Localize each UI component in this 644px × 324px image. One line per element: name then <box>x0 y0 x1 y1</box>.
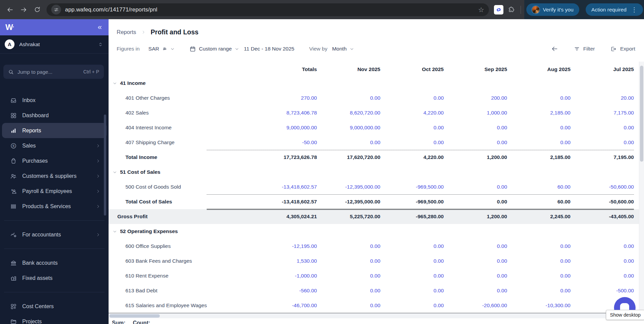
export-button[interactable]: Export <box>610 46 635 52</box>
value-cell: 0.00 <box>444 258 507 264</box>
sidebar-menu: InboxDashboardReportsSSales Purchases Cu… <box>0 93 109 324</box>
value-cell: 0.00 <box>380 302 444 309</box>
sidebar-item-label: Cost Centers <box>22 303 54 310</box>
value-cell: 0.00 <box>317 302 380 309</box>
horizontal-scrollbar-thumb[interactable] <box>109 314 160 318</box>
report-toolbar: Figures in SAR Custom range 11 Dec - 18 … <box>109 43 644 55</box>
site-info-icon[interactable] <box>51 5 61 14</box>
chevron-right-icon <box>96 232 100 237</box>
date-range-text: 11 Dec - 18 Nov 2025 <box>244 46 294 52</box>
collapse-sidebar-icon[interactable]: « <box>98 24 102 31</box>
chevron-down-icon[interactable] <box>113 229 117 234</box>
value-cell: -12,195.00 <box>254 243 317 249</box>
url-text: app.wafeq.com/c/141771/reports/pnl <box>65 6 157 13</box>
account-row[interactable]: 613 Bad Debt-560.000.000.000.000.00-500.… <box>109 283 639 298</box>
vertical-scrollbar-thumb[interactable] <box>640 66 643 162</box>
account-row[interactable]: 500 Cost of Goods Sold-13,418,602.57-12,… <box>109 180 639 194</box>
account-row[interactable]: 615 Salaries and Employee Wages-46,700.0… <box>109 298 639 313</box>
view-by-selector[interactable]: Month <box>332 46 354 52</box>
view-by-value: Month <box>332 46 347 52</box>
sidebar-item-payroll-employees[interactable]: $Payroll & Employees <box>0 184 109 199</box>
currency-code: SAR <box>148 46 159 52</box>
chevron-right-icon <box>96 159 100 163</box>
account-row[interactable]: 407 Shipping Charge-50.000.000.000.000.0… <box>109 135 639 150</box>
chevron-right-icon <box>96 174 100 179</box>
row-label: 615 Salaries and Employee Wages <box>109 302 254 309</box>
sidebar-divider <box>4 220 105 221</box>
currency-selector[interactable]: SAR <box>148 46 175 52</box>
sidebar-item-bank-accounts[interactable]: Bank accounts <box>0 255 109 270</box>
sidebar-item-fixed-assets[interactable]: Fixed assets <box>0 270 109 286</box>
horizontal-scrollbar[interactable] <box>109 313 639 318</box>
cost-icon <box>10 303 17 310</box>
chevron-right-icon <box>96 189 100 194</box>
sidebar-item-dashboard[interactable]: Dashboard <box>0 108 109 123</box>
sidebar-item-sales[interactable]: SSales <box>0 138 109 153</box>
sidebar-divider <box>4 249 105 249</box>
report-table: 41 Income401 Other Charges270.000.000.00… <box>109 76 644 313</box>
breadcrumb-reports[interactable]: Reports <box>117 29 136 35</box>
sidebar-item-products-services[interactable]: Products & Services <box>0 199 109 214</box>
account-row[interactable]: 610 Rent Expense-1,000.000.000.000.000.0… <box>109 268 639 283</box>
svg-text:$: $ <box>11 188 13 191</box>
value-cell: 9,000,000.00 <box>254 125 317 131</box>
chevron-down-icon[interactable] <box>113 81 117 86</box>
sidebar-scrollbar[interactable] <box>104 115 106 216</box>
back-arrow-button[interactable] <box>551 45 558 53</box>
sidebar-item-customers-suppliers[interactable]: Customers & suppliers <box>0 168 109 184</box>
account-row[interactable]: 603 Bank Fees and Charges1,530.000.000.0… <box>109 254 639 268</box>
chevron-down-icon <box>350 47 354 51</box>
action-required-button[interactable]: Action required ⋮ <box>586 3 643 16</box>
column-header: Totals <box>254 66 317 72</box>
chevron-right-icon <box>96 204 100 209</box>
account-row[interactable]: 401 Other Charges270.000.000.00200.000.0… <box>109 91 639 105</box>
sidebar-item-for-accountants[interactable]: For accountants <box>0 227 109 242</box>
sidebar-item-reports[interactable]: Reports <box>2 123 107 138</box>
extensions-puzzle-icon[interactable] <box>508 6 515 13</box>
workspace-sorter-icon[interactable] <box>98 42 103 47</box>
account-row[interactable]: 600 Office Supplies-12,195.000.000.000.0… <box>109 239 639 254</box>
value-cell: 0.00 <box>570 273 634 279</box>
reload-icon[interactable] <box>30 3 44 17</box>
view-by-label: View by <box>309 46 327 52</box>
filter-icon <box>574 46 580 52</box>
sidebar-item-inbox[interactable]: Inbox <box>0 93 109 108</box>
sidebar-item-cost-centers[interactable]: Cost Centers <box>0 299 109 314</box>
extension-app-icon[interactable] <box>494 5 503 14</box>
value-cell: -10,300.00 <box>507 302 570 309</box>
value-cell: -560.00 <box>254 288 317 294</box>
value-cell: 0.00 <box>317 258 380 264</box>
wafeq-logo[interactable]: W, <box>5 23 13 32</box>
bookmark-star-icon[interactable]: ☆ <box>478 6 484 13</box>
account-row[interactable]: 404 Interest Income9,000,000.009,000,000… <box>109 120 639 135</box>
vertical-scrollbar[interactable] <box>639 62 644 319</box>
value-cell: 0.00 <box>444 184 507 190</box>
sidebar-item-purchases[interactable]: Purchases <box>0 153 109 168</box>
value-cell: 2,185.00 <box>507 154 570 160</box>
address-bar[interactable]: app.wafeq.com/c/141771/reports/pnl ☆ <box>47 3 489 16</box>
section-row[interactable]: 51 Cost of Sales <box>109 165 639 180</box>
section-row[interactable]: 41 Income <box>109 76 639 91</box>
sidebar-item-projects[interactable]: Projects <box>0 314 109 324</box>
forward-arrow-icon[interactable] <box>17 3 30 17</box>
row-label: 402 Sales <box>109 110 254 116</box>
export-icon <box>610 46 617 52</box>
breadcrumb: Reports Profit and Loss <box>109 19 644 36</box>
jump-to-page-search[interactable]: Jump to page... Ctrl + P <box>3 65 104 79</box>
purchases-icon <box>10 158 17 164</box>
row-label: Gross Profit <box>109 214 254 220</box>
value-cell: 0.00 <box>444 139 507 145</box>
browser-toolbar: app.wafeq.com/c/141771/reports/pnl ☆ Ver… <box>0 0 644 19</box>
kebab-menu-icon[interactable]: ⋮ <box>631 7 637 13</box>
back-arrow-icon[interactable] <box>3 3 17 17</box>
value-cell: 0.00 <box>317 139 380 145</box>
account-row[interactable]: 402 Sales8,723,406.788,620,720.004,220.0… <box>109 105 639 120</box>
workspace-switcher[interactable]: A Ashrakat <box>0 35 109 54</box>
chevron-down-icon[interactable] <box>113 170 117 174</box>
date-range-selector[interactable]: Custom range <box>189 46 239 52</box>
sidebar-item-label: Customers & suppliers <box>22 173 77 179</box>
filter-button[interactable]: Filter <box>574 46 595 52</box>
section-row[interactable]: 52 Operating Expenses <box>109 224 639 239</box>
row-label: 603 Bank Fees and Charges <box>109 258 254 264</box>
verify-its-you-button[interactable]: Verify it's you <box>526 3 579 16</box>
